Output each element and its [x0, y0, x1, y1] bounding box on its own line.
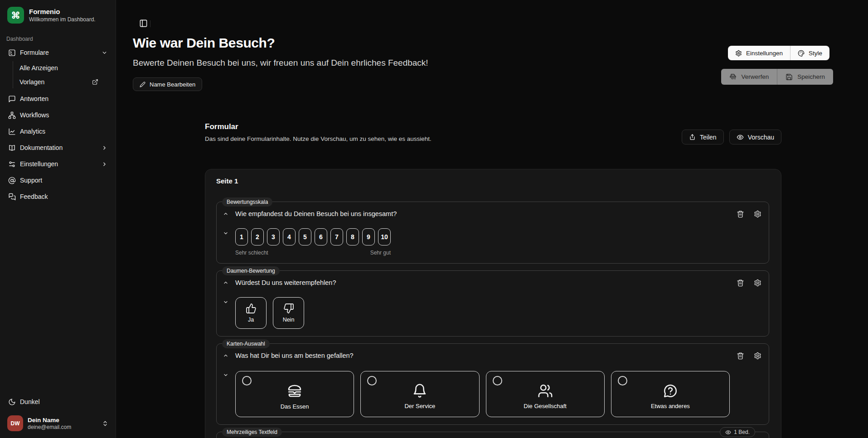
option-card-das-essen[interactable]: Das Essen	[235, 371, 354, 417]
move-up-button[interactable]	[223, 278, 228, 287]
trash-icon[interactable]	[737, 352, 744, 360]
thumbs-down-option[interactable]: Nein	[273, 297, 304, 329]
sidebar-item-feedback[interactable]: Feedback	[4, 190, 112, 203]
brand[interactable]: ⌘ Formenio Willkommen im Dashboard.	[0, 0, 116, 25]
sidebar-item-label: Formulare	[20, 49, 49, 56]
option-card-der-service[interactable]: Der Service	[360, 371, 479, 417]
block-question: Was hat Dir bei uns am besten gefallen?	[235, 351, 730, 360]
chevron-up-icon	[223, 211, 228, 217]
chat-question-icon	[663, 383, 678, 399]
user-name: Dein Name	[28, 416, 71, 424]
sidebar-item-workflows[interactable]: Workflows	[4, 108, 112, 122]
sidebar-item-label: Antworten	[20, 95, 48, 102]
page-subtitle: Bewerte Deinen Besuch bei uns, wir freue…	[133, 58, 428, 68]
scale-button-9[interactable]: 9	[362, 228, 375, 245]
radio-circle[interactable]	[367, 376, 377, 385]
gear-icon[interactable]	[754, 210, 761, 218]
discard-button[interactable]: Verwerfen	[721, 69, 777, 85]
sidebar-item-vorlagen[interactable]: Vorlagen	[13, 75, 112, 88]
edit-name-button[interactable]: Name Bearbeiten	[133, 77, 202, 91]
sidebar-item-einstellungen[interactable]: Einstellungen	[4, 157, 112, 171]
chevron-down-icon	[223, 372, 228, 378]
gear-icon[interactable]	[754, 352, 761, 360]
option-card-die-gesellschaft[interactable]: Die Gesellschaft	[486, 371, 605, 417]
chevron-down-icon	[223, 299, 228, 305]
theme-toggle-dunkel[interactable]: Dunkel	[4, 395, 112, 409]
scale-button-2[interactable]: 2	[251, 228, 264, 245]
radio-circle[interactable]	[493, 376, 502, 385]
gear-icon	[735, 50, 742, 57]
user-menu[interactable]: DW Dein Name deine@email.com	[4, 412, 112, 434]
sidebar-item-antworten[interactable]: Antworten	[4, 92, 112, 106]
block-type-badge: Bewertungsskala	[222, 197, 272, 207]
sidebar-item-formulare[interactable]: Formulare	[4, 46, 112, 59]
move-down-button[interactable]	[223, 298, 228, 307]
thumbs-up-option[interactable]: Ja	[235, 297, 267, 329]
gear-icon[interactable]	[754, 279, 761, 287]
sidebar: ⌘ Formenio Willkommen im Dashboard. Dash…	[0, 0, 116, 438]
radio-circle[interactable]	[242, 376, 252, 385]
sidebar-item-support[interactable]: Support	[4, 173, 112, 187]
chevron-right-icon	[102, 161, 107, 167]
scale-button-7[interactable]: 7	[330, 228, 343, 245]
sidebar-item-label: Alle Anzeigen	[19, 64, 58, 72]
scale-button-10[interactable]: 10	[378, 228, 391, 245]
trash-icon[interactable]	[737, 279, 744, 287]
scale-button-3[interactable]: 3	[267, 228, 280, 245]
sidebar-item-label: Support	[20, 177, 42, 184]
option-card-etwas-anderes[interactable]: Etwas anderes	[611, 371, 730, 417]
chevron-down-icon	[102, 50, 107, 56]
chevron-up-icon	[223, 280, 228, 285]
block-card-select: Karten-Auswahl Was hat Dir bei uns am be…	[216, 343, 769, 425]
theme-toggle-label: Dunkel	[20, 398, 40, 405]
option-label: Ja	[248, 317, 254, 323]
chevron-right-icon	[102, 145, 107, 151]
sidebar-item-label: Einstellungen	[20, 160, 58, 168]
scale-button-1[interactable]: 1	[235, 228, 248, 245]
scale-button-5[interactable]: 5	[299, 228, 311, 245]
chevron-up-icon	[223, 353, 228, 358]
scale-button-8[interactable]: 8	[346, 228, 359, 245]
discard-save-group: Verwerfen Speichern	[721, 69, 833, 85]
workflow-icon	[8, 111, 16, 119]
palette-icon	[798, 50, 805, 57]
sidebar-nav: Formulare Alle Anzeigen Vorlagen Antwort…	[0, 46, 116, 206]
move-up-button[interactable]	[223, 209, 228, 218]
main-content: Wie war Dein Besuch? Bewerte Deinen Besu…	[116, 0, 868, 438]
avatar-initials: DW	[11, 420, 20, 427]
sidebar-item-dokumentation[interactable]: Dokumentation	[4, 141, 112, 154]
page-title: Wie war Dein Besuch?	[133, 35, 428, 51]
trash-icon[interactable]	[737, 210, 744, 218]
sidebar-item-analytics[interactable]: Analytics	[4, 125, 112, 138]
save-button[interactable]: Speichern	[777, 69, 833, 85]
scale-button-6[interactable]: 6	[315, 228, 327, 245]
sidebar-toggle-icon[interactable]	[139, 19, 148, 28]
eye-icon	[737, 134, 744, 141]
shredder-icon	[729, 73, 737, 81]
block-question: Würdest Du uns weiterempfehlen?	[235, 278, 730, 287]
chevron-down-icon	[223, 231, 228, 236]
scale-button-4[interactable]: 4	[283, 228, 296, 245]
scale-min-label: Sehr schlecht	[235, 250, 268, 256]
share-button[interactable]: Teilen	[682, 130, 724, 144]
chevrons-up-down-icon	[102, 420, 108, 427]
command-icon: ⌘	[11, 10, 20, 21]
move-up-button[interactable]	[223, 351, 228, 360]
nav-section-label: Dashboard	[0, 36, 116, 42]
form-header: Wie war Dein Besuch? Bewerte Deinen Besu…	[133, 35, 428, 91]
move-down-button[interactable]	[223, 371, 228, 380]
radio-circle[interactable]	[618, 376, 627, 385]
option-label: Das Essen	[281, 403, 309, 410]
app-tagline: Willkommen im Dashboard.	[29, 16, 96, 23]
style-button[interactable]: Style	[790, 46, 829, 60]
sidebar-item-label: Feedback	[20, 193, 48, 200]
form-page-title: Seite 1	[216, 177, 769, 185]
preview-button[interactable]: Vorschau	[729, 130, 781, 144]
messages-icon	[8, 193, 16, 201]
move-down-button[interactable]	[223, 229, 228, 238]
sidebar-item-alle-anzeigen[interactable]: Alle Anzeigen	[13, 61, 112, 74]
sidebar-item-label: Dokumentation	[20, 144, 63, 151]
condition-badge[interactable]: 1 Bed.	[720, 427, 755, 437]
settings-button[interactable]: Einstellungen	[728, 46, 790, 60]
moon-icon	[8, 398, 16, 406]
